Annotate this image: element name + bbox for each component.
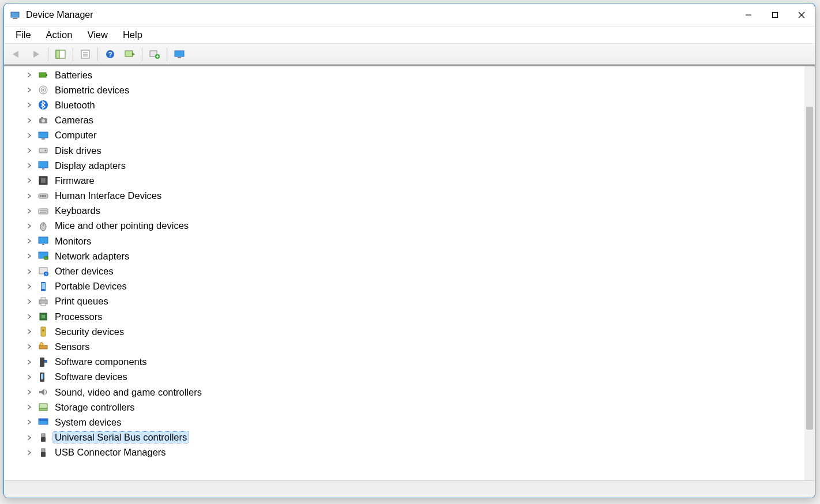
menu-file[interactable]: File [9,28,38,42]
svg-rect-35 [39,132,48,138]
close-button[interactable] [788,5,815,25]
minimize-button[interactable] [735,5,762,25]
scan-hardware-button[interactable] [120,46,140,63]
add-hardware-button[interactable] [145,46,164,63]
chevron-right-icon[interactable] [25,267,34,276]
storage-icon [37,401,49,413]
svg-rect-1 [13,18,17,19]
properties-icon [80,49,91,59]
chevron-right-icon[interactable] [25,191,34,201]
svg-rect-52 [39,237,48,243]
tree-item-label: Processors [53,311,104,322]
menu-action[interactable]: Action [39,28,80,42]
tree-item-battery[interactable]: Batteries [25,67,804,82]
chevron-right-icon[interactable] [25,70,34,80]
chevron-right-icon[interactable] [25,236,34,246]
tree-item-usb[interactable]: USB Connector Managers [25,445,804,460]
tree-item-network[interactable]: Network adapters [25,249,804,264]
chevron-right-icon[interactable] [25,297,34,306]
tree-item-camera[interactable]: Cameras [25,113,804,128]
chevron-right-icon[interactable] [25,433,34,442]
chevron-right-icon[interactable] [25,448,34,457]
tree-item-label: Firmware [53,175,96,186]
menu-help[interactable]: Help [116,28,149,42]
tree-item-label: Portable Devices [53,281,129,292]
chevron-right-icon[interactable] [25,131,34,140]
scrollbar-thumb[interactable] [806,107,813,430]
tree-item-bluetooth[interactable]: Bluetooth [25,97,804,112]
monitor-icon [37,235,49,247]
chevron-right-icon[interactable] [25,100,34,110]
tree-item-system[interactable]: System devices [25,415,804,430]
help-button[interactable]: ? [100,46,120,63]
show-hide-console-tree-button[interactable] [51,46,70,63]
chevron-right-icon[interactable] [25,358,34,367]
chevron-right-icon[interactable] [25,373,34,382]
maximize-button[interactable] [762,5,788,25]
tree-item-mouse[interactable]: Mice and other pointing devices [25,219,804,234]
cpu-icon [37,311,49,322]
menu-view[interactable]: View [80,28,114,42]
swdev-icon [37,371,49,383]
svg-rect-23 [178,57,181,58]
chevron-right-icon[interactable] [25,327,34,336]
chevron-right-icon[interactable] [25,312,34,321]
tree-item-computer[interactable]: Computer [25,128,804,143]
tree-item-cpu[interactable]: Processors [25,309,804,324]
chevron-right-icon[interactable] [25,251,34,261]
tree-item-portable[interactable]: Portable Devices [25,279,804,294]
properties-button[interactable] [76,46,95,63]
mouse-icon [37,220,49,232]
device-tree[interactable]: BatteriesBiometric devicesBluetoothCamer… [25,67,804,460]
tree-item-label: Sound, video and game controllers [53,387,204,398]
svg-rect-47 [39,209,48,214]
svg-rect-16 [125,51,133,57]
portable-icon [37,281,49,292]
chevron-right-icon[interactable] [25,418,34,427]
tree-item-label: Storage controllers [53,402,137,413]
tree-item-security[interactable]: Security devices [25,324,804,339]
svg-rect-80 [41,437,46,442]
tree-item-hid[interactable]: Human Interface Devices [25,189,804,204]
chevron-right-icon[interactable] [25,176,34,185]
close-icon [798,12,805,18]
tree-item-sound[interactable]: Sound, video and game controllers [25,385,804,400]
chevron-right-icon[interactable] [25,282,34,291]
tree-item-swdev[interactable]: Software devices [25,370,804,385]
tree-item-display[interactable]: Display adapters [25,158,804,173]
tree-item-disk[interactable]: Disk drives [25,143,804,158]
tree-item-firmware[interactable]: Firmware [25,173,804,188]
tree-item-usb[interactable]: Universal Serial Bus controllers [25,430,804,445]
svg-rect-36 [42,138,45,140]
chevron-right-icon[interactable] [25,116,34,125]
vertical-scrollbar[interactable] [804,66,815,480]
pane-icon [55,49,66,59]
svg-rect-71 [44,360,47,363]
chevron-right-icon[interactable] [25,388,34,397]
tree-item-label: USB Connector Managers [53,447,168,458]
tree-item-other[interactable]: ?Other devices [25,264,804,279]
chevron-right-icon[interactable] [25,206,34,216]
firmware-icon [37,175,49,186]
toolbar-separator [142,47,142,61]
tree-item-fingerprint[interactable]: Biometric devices [25,82,804,97]
tree-item-monitor[interactable]: Monitors [25,234,804,249]
tree-item-sensor[interactable]: Sensors [25,339,804,354]
chevron-right-icon[interactable] [25,342,34,351]
tree-item-label: Other devices [53,266,115,277]
svg-rect-75 [39,404,47,408]
svg-rect-79 [42,434,45,437]
chevron-right-icon[interactable] [25,146,34,155]
monitor-button[interactable] [170,46,189,63]
keyboard-icon [37,205,49,217]
chevron-right-icon[interactable] [25,403,34,412]
chevron-right-icon[interactable] [25,85,34,95]
chevron-right-icon[interactable] [25,221,34,231]
tree-item-printer[interactable]: Print queues [25,294,804,309]
tree-item-storage[interactable]: Storage controllers [25,400,804,415]
tree-item-swcomp[interactable]: Software components [25,355,804,370]
battery-icon [37,69,49,81]
chevron-right-icon[interactable] [25,161,34,170]
fingerprint-icon [37,84,49,96]
tree-item-keyboard[interactable]: Keyboards [25,204,804,219]
